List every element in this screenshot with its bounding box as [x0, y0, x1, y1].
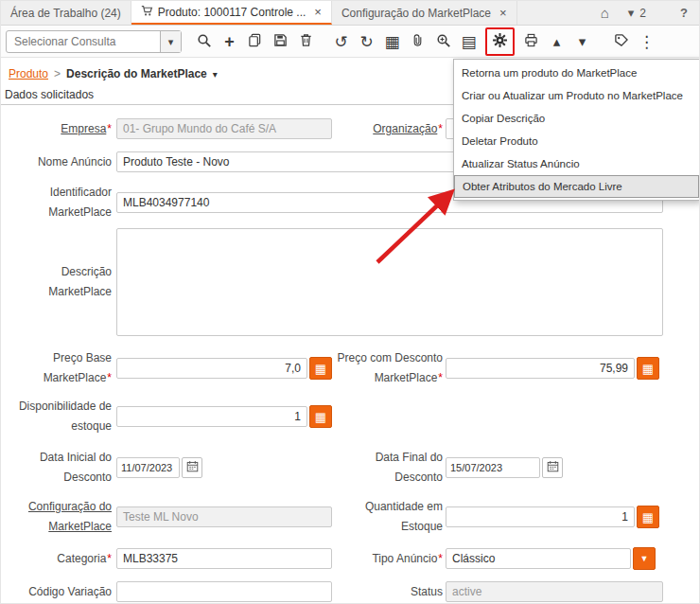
app-window: Área de Trabalho (24) Produto: 1000117 C… [0, 0, 700, 604]
preco-desconto-field[interactable]: 75,99 [446, 358, 635, 379]
tab-workspace[interactable]: Área de Trabalho (24) [1, 1, 131, 25]
paperclip-icon [411, 33, 425, 50]
categoria-field[interactable]: MLB33375 [116, 548, 332, 569]
menu-item-atualizar-status[interactable]: Atualizar Status Anúncio [454, 152, 699, 175]
tipo-anuncio-select[interactable]: Clássico [446, 548, 631, 569]
tabbar-right-controls: ⌂ ▾ 2 ? [589, 1, 699, 25]
calculator-icon: ▦ [642, 510, 654, 524]
identificador-label: Identificador MarketPlace [10, 183, 112, 222]
calendar-icon [186, 460, 199, 475]
print-button[interactable] [518, 29, 544, 54]
grid-toggle-button[interactable]: ▦ [379, 29, 405, 54]
search-icon [197, 33, 212, 51]
data-inicial-calendar-button[interactable] [182, 457, 202, 478]
report-button[interactable]: ▤ [456, 29, 481, 54]
quantidade-label: Quantidade em Estoque [341, 497, 443, 537]
config-marketplace-field[interactable]: Teste ML Novo [116, 506, 332, 527]
refresh-button[interactable]: ↻ [354, 29, 379, 54]
breadcrumb: Produto > Descrição do MarketPlace ▾ [9, 67, 218, 80]
dropdown-icon: ▼ [640, 554, 649, 563]
refresh-icon: ↻ [359, 32, 373, 52]
gear-context-menu: Retorna um produto do MarketPlace Criar … [453, 59, 700, 201]
config-marketplace-label: Configuração do MarketPlace [10, 497, 112, 537]
chevron-down-icon: ▾ [579, 33, 586, 50]
tab-marketplace-config[interactable]: Configuração do MarketPlace × [332, 1, 517, 25]
organizacao-label: Organização* [341, 119, 443, 139]
printer-icon [524, 33, 538, 50]
gear-highlight-annotation [485, 27, 515, 56]
delete-button[interactable] [293, 29, 319, 54]
menu-item-copiar-descricao[interactable]: Copiar Descrição [454, 107, 699, 130]
data-inicial-field[interactable]: 11/07/2023 [116, 457, 180, 478]
find-button[interactable] [191, 29, 217, 54]
quantidade-field[interactable]: 1 [446, 506, 635, 527]
empresa-field[interactable]: 01- Grupo Mundo do Café S/A [116, 118, 332, 139]
close-icon[interactable]: × [314, 6, 322, 18]
toolbar: Selecionar Consulta ▾ + ↺ ↻ ▦ ▤ ▴ ▾ ⋮ [1, 27, 699, 58]
tipo-anuncio-label: Tipo Anúncio* [341, 549, 443, 569]
descricao-textarea[interactable] [116, 228, 663, 336]
preco-desconto-calculator-button[interactable]: ▦ [637, 357, 659, 380]
gear-icon [492, 32, 508, 51]
save-icon [273, 33, 288, 50]
window-count-badge: 2 [639, 7, 646, 20]
plus-icon: + [224, 32, 235, 52]
empresa-label: Empresa* [10, 119, 112, 139]
menu-item-retorna-produto[interactable]: Retorna um produto do MarketPlace [454, 62, 699, 84]
detail-record-button[interactable]: ▾ [569, 29, 595, 54]
data-inicial-label: Data Inicial do Desconto [10, 448, 112, 488]
tab-product[interactable]: Produto: 1000117 Controle ... × [131, 1, 332, 25]
zoom-icon [436, 33, 451, 51]
copy-record-button[interactable] [242, 29, 268, 54]
disponibilidade-field[interactable]: 1 [116, 406, 307, 427]
breadcrumb-current[interactable]: Descrição do MarketPlace [66, 67, 207, 80]
preco-base-field[interactable]: 7,0 [116, 358, 307, 379]
query-select-dropdown-button[interactable]: ▾ [160, 31, 181, 52]
calculator-icon: ▦ [642, 362, 654, 376]
close-icon[interactable]: × [499, 7, 507, 19]
gear-button[interactable] [487, 29, 513, 54]
codigo-variacao-field[interactable] [116, 581, 332, 602]
menu-item-criar-atualizar[interactable]: Criar ou Atualizar um Produto no MarketP… [454, 84, 699, 107]
undo-icon: ↺ [334, 32, 347, 52]
breadcrumb-separator: > [54, 67, 61, 80]
menu-item-obter-atributos[interactable]: Obter Atributos do Mercado Livre [454, 175, 699, 198]
calculator-icon: ▦ [315, 362, 326, 376]
tab-bar: Área de Trabalho (24) Produto: 1000117 C… [1, 1, 699, 26]
descricao-label: Descrição MarketPlace [10, 262, 112, 302]
query-select-value: Selecionar Consulta [7, 31, 160, 52]
calendar-icon [547, 460, 559, 475]
zoom-button[interactable] [430, 29, 456, 54]
quantidade-calculator-button[interactable]: ▦ [637, 506, 659, 528]
undo-button[interactable]: ↺ [328, 29, 354, 54]
parent-record-button[interactable]: ▴ [544, 29, 569, 54]
tipo-anuncio-dropdown-button[interactable]: ▼ [633, 547, 656, 570]
chevron-down-icon[interactable]: ▾ [628, 6, 635, 20]
breadcrumb-parent-link[interactable]: Produto [9, 67, 48, 80]
new-record-button[interactable]: + [217, 29, 242, 54]
tab-label: Produto: 1000117 Controle ... [158, 6, 306, 19]
status-field[interactable]: active [446, 581, 663, 602]
attachment-button[interactable] [405, 29, 430, 54]
disponibilidade-label: Disponibilidade de estoque [10, 397, 112, 436]
chevron-up-icon: ▴ [553, 33, 561, 50]
nome-anuncio-label: Nome Anúncio [10, 152, 112, 172]
calculator-icon: ▦ [315, 410, 326, 424]
cart-icon [141, 5, 153, 20]
home-icon[interactable]: ⌂ [601, 5, 609, 21]
preco-base-label: Preço Base MarketPlace* [10, 348, 112, 388]
chevron-down-icon[interactable]: ▾ [213, 69, 218, 80]
tab-label: Área de Trabalho (24) [10, 7, 121, 20]
data-final-field[interactable]: 15/07/2023 [446, 457, 540, 478]
data-final-calendar-button[interactable] [542, 457, 563, 478]
trash-icon [299, 33, 313, 50]
label-button[interactable] [608, 29, 634, 54]
help-icon[interactable]: ? [680, 6, 688, 20]
disponibilidade-calculator-button[interactable]: ▦ [309, 405, 332, 428]
menu-item-deletar-produto[interactable]: Deletar Produto [454, 130, 699, 152]
save-button[interactable] [268, 29, 293, 54]
grid-icon: ▦ [384, 32, 399, 52]
query-select[interactable]: Selecionar Consulta ▾ [6, 30, 182, 53]
more-options-button[interactable]: ⋮ [634, 29, 659, 54]
copy-icon [248, 33, 262, 50]
